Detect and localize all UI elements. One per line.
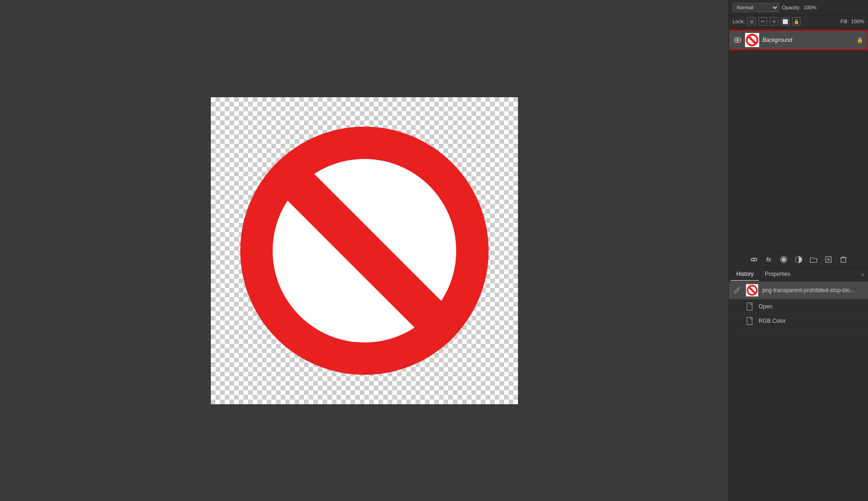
- fx-button[interactable]: fx: [764, 254, 774, 265]
- history-thumbnail-0: [746, 284, 759, 297]
- add-mask-button[interactable]: [779, 254, 789, 265]
- history-item-2[interactable]: RGB Color: [729, 314, 868, 328]
- tab-bar: History Properties ≡: [729, 268, 868, 281]
- layers-icons-bar: fx: [729, 251, 868, 268]
- history-item-1[interactable]: Open: [729, 300, 868, 314]
- history-label-2: RGB Color: [759, 318, 786, 324]
- delete-layer-button[interactable]: [838, 254, 848, 265]
- opacity-label: Opacity:: [782, 5, 801, 10]
- svg-line-14: [738, 287, 740, 288]
- layer-visibility-toggle[interactable]: [733, 36, 742, 44]
- history-doc-icon-1: [746, 302, 755, 311]
- blend-opacity-row: Normal Opacity: 100%: [729, 0, 868, 15]
- svg-rect-19: [747, 317, 752, 325]
- link-icon: [750, 256, 758, 263]
- layer-lock-icon: 🔒: [856, 37, 863, 43]
- lock-checkerboard-icon[interactable]: ⊞: [747, 17, 756, 26]
- fill-label: Fill:: [841, 19, 848, 24]
- history-panel: png-transparent-prohibited-stop-blo... O…: [729, 281, 868, 501]
- link-layers-button[interactable]: [749, 254, 759, 265]
- lock-brush-icon[interactable]: ✏: [759, 17, 767, 26]
- half-circle-icon: [795, 256, 802, 263]
- tab-menu-icon[interactable]: ≡: [860, 270, 866, 279]
- history-spacer-1: [733, 302, 742, 311]
- blend-mode-select[interactable]: Normal: [733, 3, 779, 12]
- layer-thumbnail-svg: [745, 33, 759, 47]
- document-icon-2: [747, 317, 754, 325]
- prohibition-svg: [229, 116, 499, 386]
- new-group-button[interactable]: [808, 254, 819, 265]
- layers-list: Background 🔒: [729, 28, 868, 251]
- folder-icon: [810, 256, 817, 263]
- tab-properties[interactable]: Properties: [759, 268, 796, 281]
- history-brush-icon: [733, 286, 742, 295]
- new-layer-icon: [825, 256, 832, 263]
- lock-move-icon[interactable]: ✛: [770, 17, 778, 26]
- svg-point-1: [737, 39, 739, 41]
- history-item-0[interactable]: png-transparent-prohibited-stop-blo...: [729, 281, 868, 300]
- history-thumb-svg: [746, 284, 758, 296]
- history-label-0: png-transparent-prohibited-stop-blo...: [762, 287, 855, 294]
- mask-icon: [780, 256, 787, 263]
- lock-label: Lock:: [733, 19, 745, 24]
- lock-row: Lock: ⊞ ✏ ✛ ⬜ 🔒 Fill: 100%: [729, 15, 868, 28]
- tab-history[interactable]: History: [731, 268, 759, 281]
- lock-all-icon[interactable]: 🔒: [792, 17, 801, 26]
- fill-value: 100%: [851, 19, 864, 24]
- history-spacer-2: [733, 316, 742, 326]
- trash-icon: [840, 256, 847, 263]
- canvas-area: [0, 0, 728, 501]
- svg-point-6: [782, 258, 786, 261]
- svg-rect-18: [747, 303, 752, 310]
- layer-name: Background: [762, 37, 854, 43]
- document-icon: [747, 302, 754, 311]
- right-panel: Normal Opacity: 100% Lock: ⊞ ✏ ✛ ⬜ 🔒 Fil…: [728, 0, 868, 501]
- history-doc-icon-2: [746, 316, 755, 326]
- brush-icon: [733, 287, 741, 294]
- history-label-1: Open: [759, 303, 772, 310]
- eye-icon: [734, 37, 741, 43]
- adjustment-layer-button[interactable]: [794, 254, 804, 265]
- new-layer-button[interactable]: [823, 254, 834, 265]
- opacity-value: 100%: [803, 5, 816, 10]
- layer-thumbnail: [745, 33, 760, 47]
- svg-rect-11: [841, 258, 846, 262]
- prohibition-sign: [211, 97, 518, 404]
- layer-item[interactable]: Background 🔒: [729, 30, 868, 50]
- lock-artboard-icon[interactable]: ⬜: [781, 17, 789, 26]
- image-canvas: [211, 97, 518, 404]
